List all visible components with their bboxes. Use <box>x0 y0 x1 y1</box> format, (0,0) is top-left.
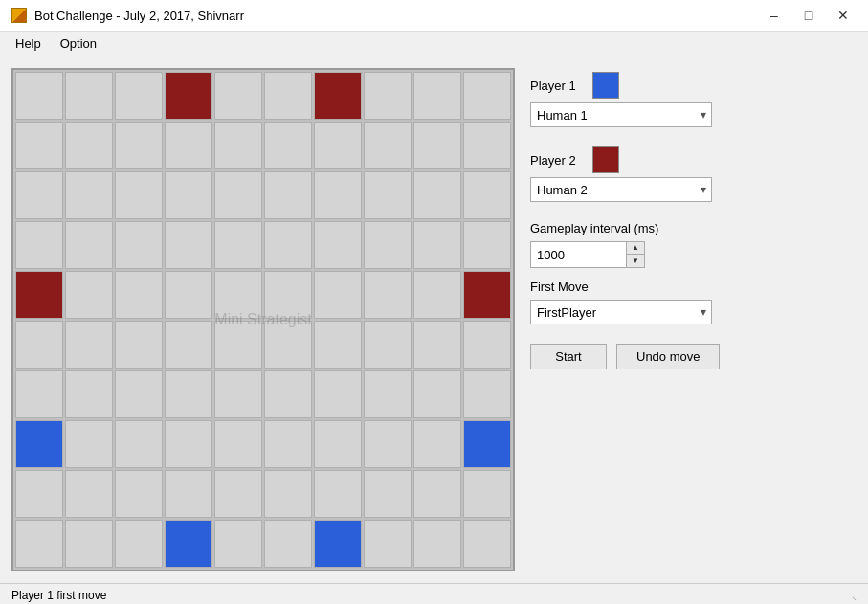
cell[interactable] <box>264 321 312 369</box>
cell[interactable] <box>214 122 262 169</box>
cell[interactable] <box>314 370 362 418</box>
cell[interactable] <box>413 72 461 120</box>
cell[interactable] <box>165 221 212 269</box>
cell[interactable] <box>364 72 412 120</box>
cell[interactable] <box>463 122 511 169</box>
cell[interactable] <box>264 470 312 518</box>
cell[interactable] <box>413 470 461 518</box>
cell[interactable] <box>115 470 163 518</box>
cell[interactable] <box>314 221 362 269</box>
cell[interactable] <box>463 470 511 518</box>
cell[interactable] <box>15 171 63 219</box>
cell[interactable] <box>165 271 212 319</box>
player2-color-box[interactable] <box>592 146 619 173</box>
cell[interactable] <box>115 72 163 120</box>
cell[interactable] <box>15 221 63 269</box>
first-move-select[interactable]: FirstPlayer SecondPlayer Random <box>530 300 712 324</box>
cell[interactable] <box>413 321 461 369</box>
cell[interactable] <box>15 470 63 518</box>
cell[interactable] <box>463 72 511 120</box>
menu-option[interactable]: Option <box>53 34 104 54</box>
cell[interactable] <box>264 420 312 468</box>
cell[interactable] <box>364 321 412 369</box>
cell[interactable] <box>115 520 163 568</box>
cell[interactable] <box>364 470 412 518</box>
cell[interactable] <box>65 72 113 120</box>
cell[interactable] <box>15 271 63 319</box>
cell[interactable] <box>165 171 212 219</box>
start-button[interactable]: Start <box>530 344 607 369</box>
close-button[interactable]: ✕ <box>830 6 857 25</box>
cell[interactable] <box>413 370 461 418</box>
cell[interactable] <box>165 321 212 369</box>
cell[interactable] <box>364 520 412 568</box>
cell[interactable] <box>364 271 412 319</box>
spinner-up[interactable]: ▲ <box>627 242 644 255</box>
cell[interactable] <box>264 72 312 120</box>
cell[interactable] <box>214 72 262 120</box>
cell[interactable] <box>463 370 511 418</box>
cell[interactable] <box>264 221 312 269</box>
cell[interactable] <box>264 520 312 568</box>
resize-grip[interactable] <box>841 588 857 603</box>
cell[interactable] <box>214 520 262 568</box>
undo-move-button[interactable]: Undo move <box>616 344 720 369</box>
cell[interactable] <box>115 122 163 169</box>
cell[interactable] <box>364 221 412 269</box>
cell[interactable] <box>115 321 163 369</box>
cell[interactable] <box>65 221 113 269</box>
cell[interactable] <box>214 470 262 518</box>
cell[interactable] <box>65 171 113 219</box>
cell[interactable] <box>115 221 163 269</box>
cell[interactable] <box>413 520 461 568</box>
cell[interactable] <box>65 420 113 468</box>
cell[interactable] <box>15 122 63 169</box>
cell[interactable] <box>264 370 312 418</box>
cell[interactable] <box>314 470 362 518</box>
cell[interactable] <box>413 271 461 319</box>
cell[interactable] <box>413 221 461 269</box>
cell[interactable] <box>115 271 163 319</box>
cell[interactable] <box>463 271 511 319</box>
cell[interactable] <box>264 271 312 319</box>
player2-select[interactable]: Human 1 Human 2 Bot 1 Bot 2 <box>530 177 712 202</box>
minimize-button[interactable]: – <box>761 6 788 25</box>
cell[interactable] <box>115 171 163 219</box>
cell[interactable] <box>413 420 461 468</box>
cell[interactable] <box>165 420 212 468</box>
cell[interactable] <box>463 520 511 568</box>
cell[interactable] <box>264 171 312 219</box>
cell[interactable] <box>65 122 113 169</box>
cell[interactable] <box>413 171 461 219</box>
cell[interactable] <box>65 271 113 319</box>
cell[interactable] <box>214 370 262 418</box>
cell[interactable] <box>463 321 511 369</box>
cell[interactable] <box>165 72 212 120</box>
maximize-button[interactable]: □ <box>795 6 822 25</box>
cell[interactable] <box>463 171 511 219</box>
menu-help[interactable]: Help <box>8 34 49 54</box>
cell[interactable] <box>65 370 113 418</box>
game-board[interactable] <box>11 68 515 571</box>
cell[interactable] <box>65 470 113 518</box>
cell[interactable] <box>264 122 312 169</box>
cell[interactable] <box>413 122 461 169</box>
cell[interactable] <box>214 171 262 219</box>
player1-select[interactable]: Human 1 Human 2 Bot 1 Bot 2 <box>530 102 712 127</box>
cell[interactable] <box>65 321 113 369</box>
cell[interactable] <box>364 370 412 418</box>
cell[interactable] <box>115 370 163 418</box>
cell[interactable] <box>15 72 63 120</box>
cell[interactable] <box>214 271 262 319</box>
cell[interactable] <box>463 420 511 468</box>
cell[interactable] <box>165 370 212 418</box>
cell[interactable] <box>214 221 262 269</box>
cell[interactable] <box>364 420 412 468</box>
cell[interactable] <box>15 420 63 468</box>
cell[interactable] <box>15 370 63 418</box>
player1-color-box[interactable] <box>592 72 619 99</box>
interval-input[interactable] <box>531 242 626 267</box>
cell[interactable] <box>463 221 511 269</box>
cell[interactable] <box>214 420 262 468</box>
cell[interactable] <box>364 171 412 219</box>
